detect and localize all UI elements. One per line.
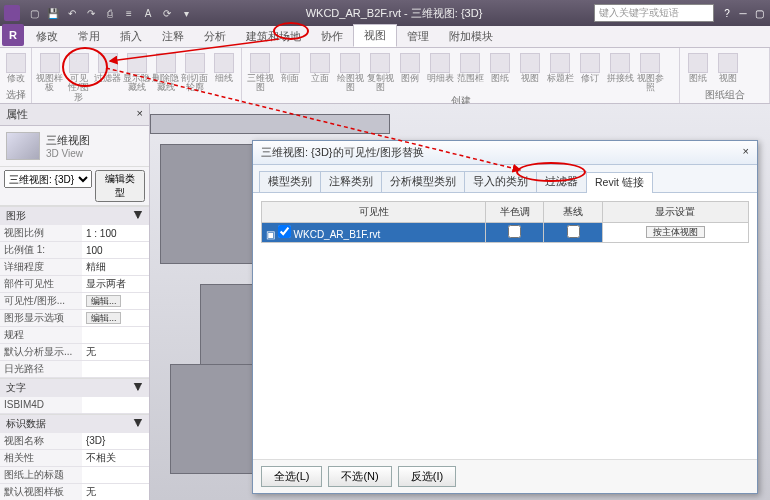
prop-value[interactable]: 显示两者 xyxy=(82,276,149,293)
tab-annotate[interactable]: 注释 xyxy=(152,26,194,47)
drafting-button[interactable]: 绘图视图 xyxy=(336,50,364,93)
invert-select-button[interactable]: 反选(I) xyxy=(398,466,456,487)
prop-value[interactable]: 100 xyxy=(82,242,149,259)
modify-button[interactable]: 修改 xyxy=(4,50,27,87)
maximize-icon[interactable]: ▢ xyxy=(752,6,766,20)
tab-collab[interactable]: 协作 xyxy=(311,26,353,47)
instance-selector[interactable]: 三维视图: {3D} xyxy=(4,170,92,188)
legend-button[interactable]: 图例 xyxy=(396,50,424,93)
dialog-close-icon[interactable]: × xyxy=(743,145,749,160)
col-halftone: 半色调 xyxy=(486,202,544,223)
links-grid[interactable]: 可见性 半色调 基线 显示设置 ▣ WKCD_AR_B1F.rvt 按主体视图 xyxy=(261,201,749,243)
schedule-button[interactable]: 明细表 xyxy=(426,50,454,93)
col-underlay: 基线 xyxy=(544,202,602,223)
prop-value[interactable] xyxy=(82,361,149,378)
tab-massing[interactable]: 建筑和场地 xyxy=(236,26,311,47)
view-button[interactable]: 视图 xyxy=(516,50,544,93)
tab-modify[interactable]: 修改 xyxy=(26,26,68,47)
section-identity[interactable]: 标识数据 xyxy=(6,417,46,431)
prop-value[interactable]: 1 : 100 xyxy=(82,225,149,242)
prop-value[interactable] xyxy=(82,397,149,413)
tab-view[interactable]: 视图 xyxy=(353,24,397,47)
sheetcomp-view-button[interactable]: 视图 xyxy=(714,50,742,87)
matchline-button[interactable]: 拼接线 xyxy=(606,50,634,93)
tab-home[interactable]: 常用 xyxy=(68,26,110,47)
duplicate-button[interactable]: 复制视图 xyxy=(366,50,394,93)
close-panel-icon[interactable]: × xyxy=(137,107,143,122)
halftone-checkbox[interactable] xyxy=(508,225,521,238)
search-input[interactable]: 键入关键字或短语 xyxy=(594,4,714,22)
prop-value[interactable]: 无 xyxy=(82,344,149,361)
tab-manage[interactable]: 管理 xyxy=(397,26,439,47)
app-icon[interactable] xyxy=(4,5,20,21)
select-all-button[interactable]: 全选(L) xyxy=(261,466,322,487)
3dview-button[interactable]: 三维视图 xyxy=(246,50,274,93)
link-visible-checkbox[interactable] xyxy=(278,225,291,238)
tab-addins[interactable]: 附加模块 xyxy=(439,26,503,47)
prop-value[interactable]: 编辑... xyxy=(82,310,149,327)
thin-lines-button[interactable]: 细线 xyxy=(210,50,237,102)
props-graphics-table: 视图比例1 : 100比例值 1:100详细程度精细部件可见性显示两者可见性/图… xyxy=(0,225,149,378)
dtab-filters[interactable]: 过滤器 xyxy=(536,171,587,192)
filters-button[interactable]: 过滤器 xyxy=(94,50,121,102)
show-hidden-button[interactable]: 显示隐藏线 xyxy=(123,50,150,102)
type-sub: 3D View xyxy=(46,148,90,159)
redo-icon[interactable]: ↷ xyxy=(83,5,99,21)
section-button[interactable]: 剖面 xyxy=(276,50,304,93)
prop-value[interactable]: 不相关 xyxy=(82,449,149,466)
prop-label: 默认视图样板 xyxy=(0,483,82,500)
dtab-anno[interactable]: 注释类别 xyxy=(320,171,382,192)
tab-analyze[interactable]: 分析 xyxy=(194,26,236,47)
props-text-table: ISBIM4D xyxy=(0,397,149,414)
remove-hidden-button[interactable]: 删除隐藏线 xyxy=(152,50,179,102)
ribbon-tabs: R 修改 常用 插入 注释 分析 建筑和场地 协作 视图 管理 附加模块 xyxy=(0,26,770,48)
dtab-analytical[interactable]: 分析模型类别 xyxy=(381,171,465,192)
undo-icon[interactable]: ↶ xyxy=(64,5,80,21)
cut-profile-button[interactable]: 剖切面轮廓 xyxy=(181,50,208,102)
prop-value[interactable]: 精细 xyxy=(82,259,149,276)
prop-value[interactable]: 无 xyxy=(82,483,149,500)
prop-value[interactable]: 编辑... xyxy=(82,293,149,310)
scopebox-button[interactable]: 范围框 xyxy=(456,50,484,93)
open-icon[interactable]: ▢ xyxy=(26,5,42,21)
link-row[interactable]: ▣ WKCD_AR_B1F.rvt 按主体视图 xyxy=(262,223,749,243)
sync-icon[interactable]: ⟳ xyxy=(159,5,175,21)
revision-button[interactable]: 修订 xyxy=(576,50,604,93)
dtab-imported[interactable]: 导入的类别 xyxy=(464,171,537,192)
prop-value[interactable]: {3D} xyxy=(82,433,149,450)
measure-icon[interactable]: ≡ xyxy=(121,5,137,21)
edit-type-button[interactable]: 编辑类型 xyxy=(95,170,145,202)
prop-label: 比例值 1: xyxy=(0,242,82,259)
view-template-button[interactable]: 视图样板 xyxy=(36,50,63,102)
visibility-graphics-button[interactable]: 可见性/图形 xyxy=(65,50,92,102)
prop-label: 默认分析显示... xyxy=(0,344,82,361)
underlay-checkbox[interactable] xyxy=(567,225,580,238)
prop-value[interactable] xyxy=(82,466,149,483)
dtab-model[interactable]: 模型类别 xyxy=(259,171,321,192)
props-identity-table: 视图名称{3D}相关性不相关图纸上的标题默认视图样板无ISBIM4DCEMS xyxy=(0,433,149,501)
save-icon[interactable]: 💾 xyxy=(45,5,61,21)
section-graphics[interactable]: 图形 xyxy=(6,209,26,223)
tab-insert[interactable]: 插入 xyxy=(110,26,152,47)
section-text[interactable]: 文字 xyxy=(6,381,26,395)
print-icon[interactable]: ⎙ xyxy=(102,5,118,21)
prop-value[interactable] xyxy=(82,327,149,344)
dtab-revit-links[interactable]: Revit 链接 xyxy=(586,172,653,193)
more-icon[interactable]: ▾ xyxy=(178,5,194,21)
type-name: 三维视图 xyxy=(46,133,90,148)
help-icon[interactable]: ? xyxy=(720,6,734,20)
titleblk-button[interactable]: 标题栏 xyxy=(546,50,574,93)
col-display: 显示设置 xyxy=(602,202,748,223)
sheet-button[interactable]: 图纸 xyxy=(486,50,514,93)
elevation-button[interactable]: 立面 xyxy=(306,50,334,93)
text-icon[interactable]: A xyxy=(140,5,156,21)
minimize-icon[interactable]: ─ xyxy=(736,6,750,20)
select-none-button[interactable]: 不选(N) xyxy=(328,466,391,487)
properties-panel: 属性× 三维视图 3D View 三维视图: {3D} 编辑类型 图形⯆ 视图比… xyxy=(0,104,150,500)
app-menu-button[interactable]: R xyxy=(2,24,24,46)
expand-icon[interactable]: ▣ xyxy=(266,229,275,240)
visibility-override-dialog: 三维视图: {3D}的可见性/图形替换 × 模型类别 注释类别 分析模型类别 导… xyxy=(252,140,758,494)
display-settings-button[interactable]: 按主体视图 xyxy=(646,226,705,238)
viewref-button[interactable]: 视图参照 xyxy=(636,50,664,93)
sheetcomp-sheet-button[interactable]: 图纸 xyxy=(684,50,712,87)
